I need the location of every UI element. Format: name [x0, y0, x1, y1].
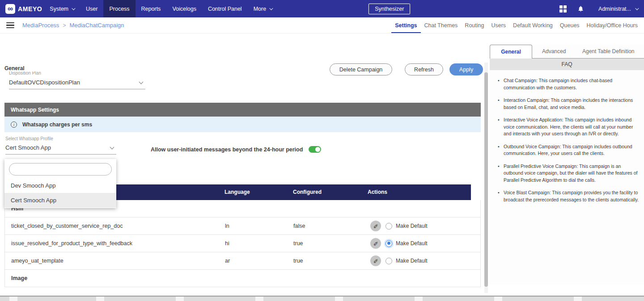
top-nav-item[interactable]: User	[80, 0, 103, 17]
apply-button[interactable]: Apply	[449, 63, 483, 75]
whatsapp-profile-select[interactable]: Select Whatsapp Profile Cert Smooch App	[5, 136, 116, 155]
pencil-icon: ✎	[373, 241, 379, 246]
table-row: issue_resolved_for_product_type_with_fee…	[5, 235, 480, 252]
faq-item: Outbound Voice Campaign: This campaign i…	[498, 143, 640, 157]
24hr-toggle-label: Allow user-initiated messages beyond the…	[151, 146, 303, 153]
disposition-plan-select[interactable]: Disposition Plan DefaultOVCDispositionPl…	[9, 71, 145, 89]
campaign-tab-label: Holiday/Office Hours	[587, 22, 638, 29]
template-configured: true	[293, 258, 303, 264]
chevron-down-icon	[635, 6, 639, 10]
dropdown-option-label: Dev Smooch App	[11, 182, 55, 189]
brand[interactable]: ∞ AMEYO	[0, 4, 42, 14]
col-actions: Actions	[368, 189, 387, 195]
breadcrumb-campaign[interactable]: MediaChatCampaign	[69, 22, 124, 29]
top-nav-item[interactable]: Process	[103, 0, 135, 17]
campaign-tab[interactable]: Queues	[556, 17, 583, 33]
top-nav-item[interactable]: More	[248, 0, 278, 17]
faq-list: Chat Campaign: This campaign includes ch…	[490, 70, 644, 209]
toggle-knob	[315, 147, 320, 152]
faq-item: Parallel Predictive Voice Campaign: This…	[498, 163, 640, 184]
refresh-button[interactable]: Refresh	[405, 63, 443, 75]
notifications-bell-icon[interactable]	[577, 5, 584, 13]
whatsapp-info-text: Whatsapp charges per sms	[22, 121, 92, 128]
template-actions: ✎ Make Default	[370, 221, 428, 231]
tab-advanced[interactable]: Advanced	[542, 48, 566, 54]
edit-template-button[interactable]: ✎	[370, 255, 381, 266]
table-section-image: Image	[5, 270, 480, 287]
table-row: ticket_closed_by_customer_service_rep_do…	[5, 217, 480, 235]
campaign-tab[interactable]: Routing	[461, 17, 487, 33]
top-nav-item-label: System	[50, 6, 68, 12]
campaign-tab[interactable]: Settings	[391, 17, 420, 33]
template-configured: true	[293, 240, 303, 247]
dropdown-option[interactable]: Dev Smooch App	[4, 178, 116, 193]
campaign-tab-label: Queues	[560, 22, 580, 29]
campaign-tab-label: Users	[491, 22, 506, 29]
faq-item: Interactive Voice Application: This camp…	[498, 117, 640, 138]
footer-taskbar	[0, 297, 644, 301]
delete-campaign-button[interactable]: Delete Campaign	[330, 63, 392, 75]
ameyo-logo-icon: ∞	[5, 4, 15, 14]
synthesizer-button[interactable]: Synthesizer	[369, 4, 410, 14]
breadcrumb: MediaProcess > MediaChatCampaign	[22, 22, 124, 29]
edit-template-button[interactable]: ✎	[370, 221, 381, 231]
top-nav-item[interactable]: System	[44, 0, 80, 17]
make-default-label: Make Default	[396, 258, 428, 264]
templates-table-body: Hsm ticket_closed_by_customer_service_re…	[4, 200, 481, 287]
template-actions: ✎ Make Default	[370, 255, 428, 266]
24hr-toggle[interactable]	[309, 146, 321, 153]
breadcrumb-process[interactable]: MediaProcess	[22, 22, 59, 29]
campaign-tab[interactable]: Chat Themes	[421, 17, 462, 33]
disposition-plan-value: DefaultOVCDispositionPlan	[9, 79, 145, 86]
whatsapp-profile-dropdown: Dev Smooch App Cert Smooch App	[4, 159, 116, 208]
disposition-plan-label: Disposition Plan	[9, 71, 145, 76]
24hr-message-toggle-row: Allow user-initiated messages beyond the…	[151, 146, 321, 153]
top-nav-item-label: More	[254, 6, 266, 12]
top-nav-menu: System User Process Reports	[44, 0, 278, 17]
breadcrumb-separator: >	[63, 22, 66, 29]
whatsapp-profile-value: Cert Smooch App	[5, 144, 116, 151]
top-nav-item-label: Control Panel	[208, 6, 242, 12]
top-nav-item-label: Process	[109, 6, 129, 12]
make-default-radio[interactable]	[386, 240, 392, 247]
template-name: ticket_closed_by_customer_service_rep_do…	[11, 223, 123, 229]
tab-agent-table-definition[interactable]: Agent Table Definition	[582, 48, 635, 54]
template-name: ameyo_uat_template	[11, 258, 64, 264]
template-language: ln	[225, 223, 229, 229]
template-name: issue_resolved_for_product_type_with_fee…	[11, 240, 132, 247]
tab-general[interactable]: General	[490, 45, 532, 59]
make-default-label: Make Default	[396, 223, 428, 229]
top-nav-right: Administrat...	[559, 5, 644, 13]
user-menu-label: Administrat...	[598, 6, 631, 12]
apps-grid-icon[interactable]	[559, 5, 567, 13]
campaign-tabs: Settings Chat Themes Routing Users Defau…	[391, 17, 641, 33]
whatsapp-settings-header: Whatsapp Settings	[4, 103, 481, 117]
dropdown-search-input[interactable]	[9, 163, 112, 176]
chevron-down-icon	[72, 6, 75, 10]
top-nav-item[interactable]: Control Panel	[202, 0, 248, 17]
col-language: Language	[225, 189, 250, 195]
faq-item: Voice Blast Campaign: This campaign prov…	[498, 189, 640, 203]
campaign-tab[interactable]: Holiday/Office Hours	[583, 17, 641, 33]
page-title: General	[4, 65, 25, 71]
campaign-tab-label: Settings	[395, 22, 417, 29]
hamburger-menu-icon[interactable]	[6, 22, 14, 29]
faq-item: Interaction Campaign: This campaign incl…	[498, 97, 640, 111]
template-configured: false	[293, 223, 305, 229]
template-actions: ✎ Make Default	[370, 238, 428, 249]
dropdown-option[interactable]: Cert Smooch App	[4, 193, 116, 208]
make-default-label: Make Default	[396, 240, 428, 247]
dropdown-options: Dev Smooch App Cert Smooch App	[4, 178, 116, 208]
edit-template-button[interactable]: ✎	[370, 238, 381, 249]
make-default-radio[interactable]	[386, 258, 392, 264]
scrollbar-thumb[interactable]	[484, 72, 488, 287]
campaign-tab[interactable]: Default Working	[509, 17, 556, 33]
make-default-radio[interactable]	[386, 223, 392, 230]
side-panel: General Advanced Agent Table Definition …	[490, 45, 644, 284]
template-language: hi	[225, 240, 229, 247]
campaign-tab[interactable]: Users	[487, 17, 509, 33]
top-nav-item[interactable]: Voicelogs	[166, 0, 202, 17]
col-configured: Configured	[293, 189, 322, 195]
user-menu[interactable]: Administrat...	[598, 6, 638, 12]
top-nav-item[interactable]: Reports	[136, 0, 167, 17]
